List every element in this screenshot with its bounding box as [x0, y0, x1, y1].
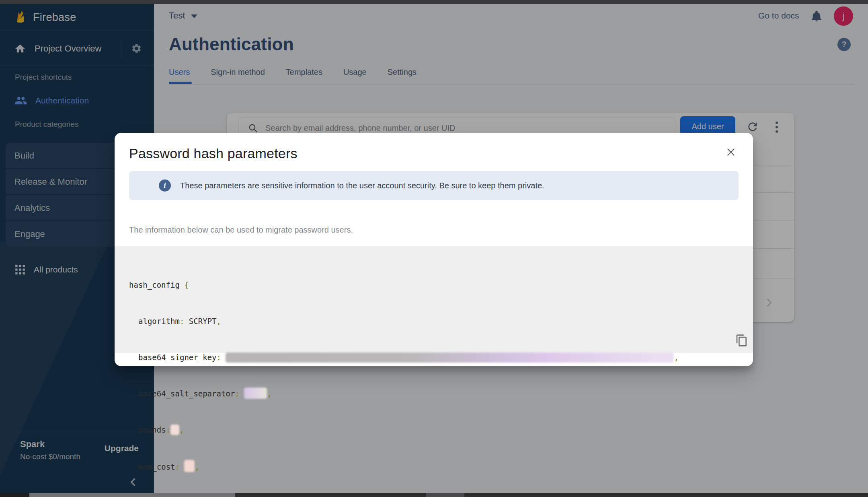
code-line: base64_salt_separator: ,: [129, 388, 679, 400]
code-line: mem_cost: ,: [129, 460, 679, 473]
redacted-salt-separator: [244, 388, 267, 399]
dialog-body-text: The information below can be used to mig…: [129, 225, 353, 235]
copy-icon: [735, 334, 748, 347]
redacted-mem-cost: [184, 460, 195, 472]
hash-config-code-block: hash_config { algorithm: SCRYPT, base64_…: [115, 246, 753, 353]
app-root: Firebase Project Overview Project shortc…: [0, 0, 868, 497]
dialog-title: Password hash parameters: [129, 146, 298, 161]
top-edge-strip: [0, 0, 868, 4]
code-line: algorithm: SCRYPT,: [129, 315, 679, 327]
banner-text: These parameters are sensitive informati…: [180, 171, 544, 200]
redacted-rounds: [170, 425, 179, 435]
code-line: base64_signer_key: ,: [129, 351, 679, 363]
code-line: rounds:,: [129, 424, 679, 436]
code-content: hash_config { algorithm: SCRYPT, base64_…: [129, 255, 679, 497]
scrollbar-cap: [0, 493, 29, 497]
password-hash-parameters-dialog: Password hash parameters i These paramet…: [115, 133, 753, 366]
close-dialog-button[interactable]: [725, 146, 737, 158]
code-line: hash_config {: [129, 279, 679, 291]
info-icon: i: [159, 179, 171, 192]
sensitive-info-banner: i These parameters are sensitive informa…: [129, 171, 739, 200]
close-icon: [725, 146, 737, 158]
redacted-signer-key: [226, 353, 674, 363]
copy-code-button[interactable]: [735, 334, 748, 347]
